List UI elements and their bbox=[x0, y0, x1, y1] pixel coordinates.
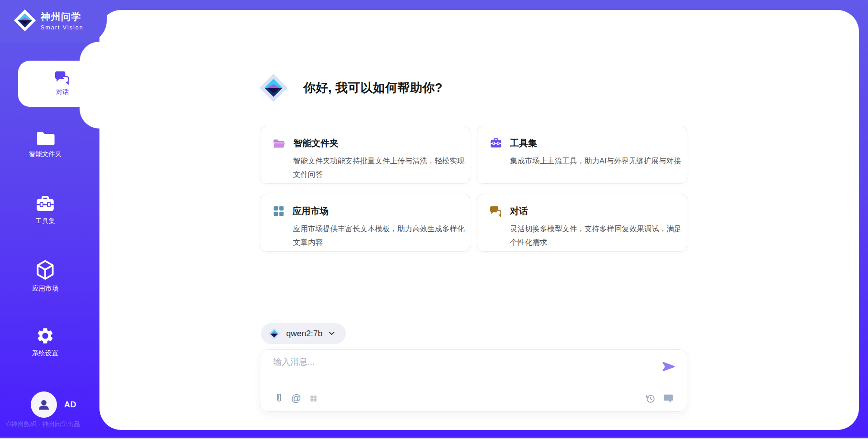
attachment-button[interactable] bbox=[271, 391, 287, 406]
sidebar-item-settings[interactable]: 系统设置 bbox=[18, 320, 72, 363]
toolbox-icon bbox=[35, 195, 55, 213]
card-description: 智能文件夹功能支持批量文件上传与清洗，轻松实现文件问答 bbox=[293, 154, 470, 181]
grid-icon bbox=[273, 205, 284, 217]
folder-open-icon bbox=[273, 138, 285, 149]
message-input[interactable] bbox=[273, 356, 662, 382]
brand-diamond-icon bbox=[259, 73, 288, 102]
mention-icon: @ bbox=[291, 393, 301, 403]
model-selector[interactable]: qwen2:7b bbox=[261, 323, 346, 344]
card-description: 应用市场提供丰富长文本模板，助力高效生成多样化文章内容 bbox=[293, 222, 470, 249]
gear-icon bbox=[36, 326, 55, 345]
mention-button[interactable]: @ bbox=[288, 391, 304, 406]
sidebar-item-chat[interactable]: 对话 bbox=[18, 61, 107, 107]
sidebar-item-app-market[interactable]: 应用市场 bbox=[18, 254, 72, 298]
user-initials: AD bbox=[64, 400, 76, 410]
brand-name: 神州问学 bbox=[41, 10, 84, 23]
send-icon bbox=[662, 360, 675, 373]
quick-reply-button[interactable] bbox=[660, 391, 676, 406]
card-title: 智能文件夹 bbox=[293, 137, 339, 149]
history-button[interactable] bbox=[642, 391, 658, 406]
sidebar-item-label: 工具集 bbox=[35, 217, 55, 225]
person-avatar-icon bbox=[36, 397, 52, 412]
card-smart-folder[interactable]: 智能文件夹 智能文件夹功能支持批量文件上传与清洗，轻松实现文件问答 bbox=[260, 126, 470, 184]
hashtag-button[interactable] bbox=[306, 391, 321, 406]
greeting-text: 你好, 我可以如何帮助你? bbox=[303, 80, 443, 96]
card-chat[interactable]: 对话 灵活切换多模型文件，支持多样回复效果调试，满足个性化需求 bbox=[477, 194, 687, 252]
brand-diamond-icon bbox=[14, 9, 36, 32]
card-title: 工具集 bbox=[510, 137, 537, 149]
card-toolset[interactable]: 工具集 集成市场上主流工具，助力AI与外界无缝扩展与对接 bbox=[477, 126, 687, 184]
greeting-row: 你好, 我可以如何帮助你? bbox=[259, 73, 443, 102]
cube-icon bbox=[36, 260, 55, 281]
quick-reply-icon bbox=[663, 393, 674, 403]
sidebar-item-label: 系统设置 bbox=[32, 349, 58, 358]
hashtag-icon bbox=[309, 394, 318, 403]
sidebar-item-label: 应用市场 bbox=[32, 284, 58, 293]
message-composer: @ bbox=[260, 349, 687, 412]
folder-icon bbox=[36, 130, 55, 146]
card-app-market[interactable]: 应用市场 应用市场提供丰富长文本模板，助力高效生成多样化文章内容 bbox=[260, 194, 470, 252]
model-name: qwen2:7b bbox=[286, 329, 322, 339]
card-title: 对话 bbox=[510, 205, 528, 217]
chat-bubbles-icon bbox=[490, 206, 502, 217]
chat-bubbles-icon bbox=[55, 71, 70, 85]
avatar bbox=[31, 391, 57, 418]
brand-diamond-icon bbox=[268, 328, 280, 340]
attachment-icon bbox=[274, 393, 284, 404]
card-description: 集成市场上主流工具，助力AI与外界无缝扩展与对接 bbox=[510, 154, 687, 167]
card-title: 应用市场 bbox=[292, 205, 329, 217]
chevron-down-icon bbox=[328, 331, 335, 336]
sidebar-item-label: 对话 bbox=[56, 88, 69, 96]
sidebar-item-smart-folder[interactable]: 智能文件夹 bbox=[18, 122, 72, 166]
send-button[interactable] bbox=[660, 359, 677, 374]
briefcase-icon bbox=[490, 138, 502, 149]
logo-area: 神州问学 Smart Vision bbox=[0, 0, 107, 43]
brand-subtitle: Smart Vision bbox=[41, 24, 84, 31]
card-description: 灵活切换多模型文件，支持多样回复效果调试，满足个性化需求 bbox=[510, 222, 687, 249]
sidebar-item-label: 智能文件夹 bbox=[29, 150, 62, 158]
sidebar-item-toolset[interactable]: 工具集 bbox=[18, 188, 72, 232]
copyright-text: ©神州数码 · 神州问学出品 bbox=[6, 420, 80, 429]
user-account[interactable]: AD bbox=[31, 391, 76, 418]
history-icon bbox=[645, 393, 656, 404]
